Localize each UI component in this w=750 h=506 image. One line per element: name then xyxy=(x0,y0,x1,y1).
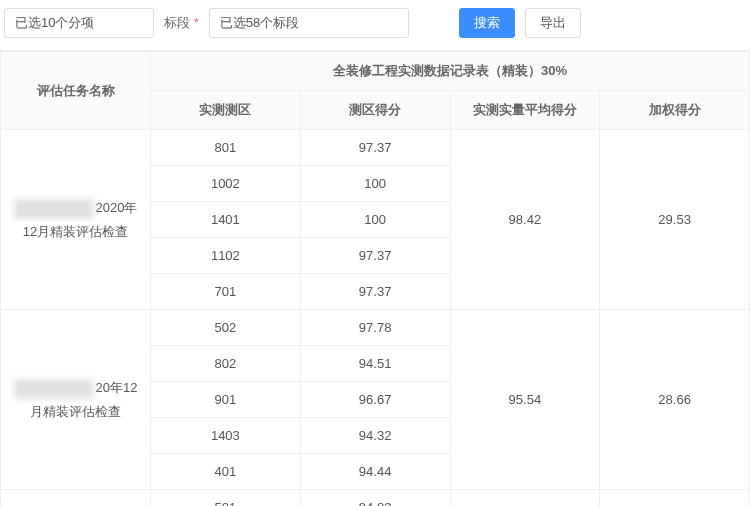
table-row: 20年12月精装评估检查50297.7895.5428.66 xyxy=(1,310,750,346)
weight-cell: 28.66 xyxy=(600,310,750,490)
header-zone: 实测测区 xyxy=(151,91,301,130)
header-task: 评估任务名称 xyxy=(1,52,151,130)
score-cell: 100 xyxy=(300,202,450,238)
data-table: 评估任务名称 全装修工程实测数据记录表（精装）30% 实测测区 测区得分 实测实… xyxy=(0,50,750,506)
zone-cell: 701 xyxy=(151,274,301,310)
score-cell: 97.37 xyxy=(300,238,450,274)
redacted-text xyxy=(14,199,94,219)
score-cell: 94.03 xyxy=(300,490,450,507)
table-row: 2020年12月精装评估检查80197.3798.4229.53 xyxy=(1,130,750,166)
header-weight: 加权得分 xyxy=(600,91,750,130)
header-score: 测区得分 xyxy=(300,91,450,130)
zone-cell: 502 xyxy=(151,310,301,346)
weight-cell: 29.53 xyxy=(600,130,750,310)
section-label: 标段 * xyxy=(164,14,199,32)
score-cell: 97.78 xyxy=(300,310,450,346)
zone-cell: 1403 xyxy=(151,418,301,454)
score-cell: 96.67 xyxy=(300,382,450,418)
zone-cell: 801 xyxy=(151,130,301,166)
task-cell: 2020年12月精装评估检查 xyxy=(1,130,151,310)
score-cell: 94.51 xyxy=(300,346,450,382)
task-cell: 月份精装修品质巡查 xyxy=(1,490,151,507)
avg-cell: 98.42 xyxy=(450,130,600,310)
score-cell: 94.32 xyxy=(300,418,450,454)
search-button[interactable]: 搜索 xyxy=(459,8,515,38)
filter-bar: 已选10个分项 标段 * 已选58个标段 搜索 导出 xyxy=(0,0,750,50)
table-row: 月份精装修品质巡查50194.0393.4228.03 xyxy=(1,490,750,507)
zone-cell: 501 xyxy=(151,490,301,507)
zone-cell: 901 xyxy=(151,382,301,418)
zone-cell: 1401 xyxy=(151,202,301,238)
zone-cell: 1102 xyxy=(151,238,301,274)
score-cell: 100 xyxy=(300,166,450,202)
category-select[interactable]: 已选10个分项 xyxy=(4,8,154,38)
avg-cell: 93.42 xyxy=(450,490,600,507)
score-cell: 97.37 xyxy=(300,274,450,310)
header-avg: 实测实量平均得分 xyxy=(450,91,600,130)
export-button[interactable]: 导出 xyxy=(525,8,581,38)
weight-cell: 28.03 xyxy=(600,490,750,507)
score-cell: 97.37 xyxy=(300,130,450,166)
zone-cell: 1002 xyxy=(151,166,301,202)
zone-cell: 401 xyxy=(151,454,301,490)
zone-cell: 802 xyxy=(151,346,301,382)
avg-cell: 95.54 xyxy=(450,310,600,490)
task-cell: 20年12月精装评估检查 xyxy=(1,310,151,490)
score-cell: 94.44 xyxy=(300,454,450,490)
section-select[interactable]: 已选58个标段 xyxy=(209,8,409,38)
redacted-text xyxy=(14,379,94,399)
header-group: 全装修工程实测数据记录表（精装）30% xyxy=(151,52,750,91)
